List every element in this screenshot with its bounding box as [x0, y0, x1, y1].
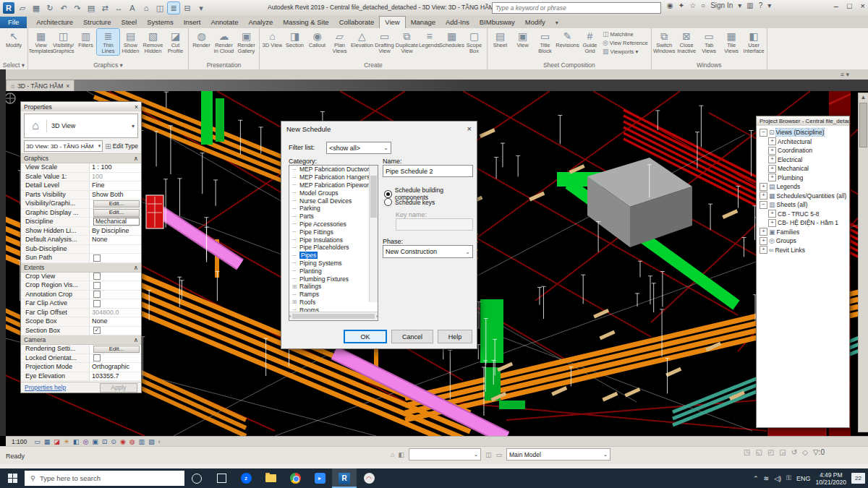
- category-item[interactable]: ┄Ramps: [289, 291, 378, 299]
- category-item[interactable]: ┄Pipe Fittings: [289, 228, 378, 236]
- minimize-button[interactable]: –: [834, 1, 838, 10]
- expand-plus-icon[interactable]: +: [768, 137, 776, 145]
- section-collapse-icon[interactable]: ∧: [134, 155, 138, 162]
- properties-close-icon[interactable]: ×: [135, 103, 138, 111]
- tree-item[interactable]: +Plumbing: [758, 174, 848, 183]
- properties-help-link[interactable]: Properties help: [25, 384, 66, 391]
- ribbon-button-revisions[interactable]: ✎Revisions: [556, 29, 579, 55]
- checkbox[interactable]: [93, 300, 101, 307]
- category-item[interactable]: ┄Nurse Call Devices: [289, 197, 378, 205]
- ribbon-button-remove-hidden-lines[interactable]: ▧Remove Hidden Lines: [142, 29, 164, 55]
- tree-item[interactable]: −⊡Views (Discipline): [758, 128, 848, 137]
- category-item[interactable]: ┄Piping Systems: [289, 260, 378, 267]
- text-icon[interactable]: A: [127, 2, 138, 14]
- expand-plus-icon[interactable]: +: [768, 174, 776, 181]
- category-item[interactable]: ┄Pipes: [289, 252, 378, 260]
- reveal-hidden-icon[interactable]: ◍: [129, 438, 135, 445]
- checkbox[interactable]: [93, 273, 101, 280]
- section-header-camera[interactable]: Camera∧: [21, 335, 141, 345]
- render-icon[interactable]: ◎: [82, 438, 88, 445]
- sync-with-central-icon[interactable]: ↻: [44, 2, 56, 14]
- tray-chevron-icon[interactable]: ⌃: [753, 475, 759, 482]
- ribbon-tab-massing-site[interactable]: Massing & Site: [278, 17, 333, 28]
- view-tab-close-icon[interactable]: ×: [66, 82, 69, 90]
- expand-plus-icon[interactable]: +: [768, 210, 776, 218]
- taskbar-search[interactable]: ⚲ Type here to search: [25, 471, 184, 486]
- category-item[interactable]: ⊞Roofs: [289, 299, 378, 307]
- temporary-view-properties-icon[interactable]: ▥: [139, 438, 145, 445]
- show-crop-icon[interactable]: ⊡: [102, 438, 108, 445]
- collapse-minus-icon[interactable]: −: [760, 129, 767, 137]
- phase-combo[interactable]: New Construction⌄: [383, 245, 473, 258]
- expand-plus-icon[interactable]: +: [768, 165, 776, 173]
- ribbon-button-schedules[interactable]: ▦Schedules: [441, 29, 463, 55]
- view-tab[interactable]: ⌂ 3D - TẦNG HẦM ×: [6, 80, 75, 91]
- ribbon-button-view[interactable]: ▣View: [511, 29, 534, 55]
- design-option-icon[interactable]: ▭: [495, 451, 502, 458]
- expand-plus-icon[interactable]: +: [760, 192, 767, 200]
- category-list[interactable]: ┄MEP Fabrication Ductwork┄MEP Fabricatio…: [289, 165, 378, 321]
- section-collapse-icon[interactable]: ∧: [134, 336, 138, 343]
- ribbon-tab-add-ins[interactable]: Add-Ins: [441, 17, 475, 28]
- scale-icon[interactable]: ▭: [34, 438, 41, 445]
- category-item[interactable]: ┄MEP Fabrication Hangers: [289, 174, 378, 181]
- help-button[interactable]: Help: [438, 330, 472, 343]
- ribbon-button-scope-box[interactable]: ▢Scope Box: [463, 29, 485, 55]
- expand-plus-icon[interactable]: +: [768, 219, 776, 227]
- cancel-button[interactable]: Cancel: [391, 330, 433, 343]
- customize-qat-icon[interactable]: ▾: [195, 2, 207, 14]
- ribbon-tab-architecture[interactable]: Architecture: [31, 17, 78, 28]
- search-topics-icon[interactable]: ◉: [667, 1, 673, 9]
- tree-item[interactable]: +▣Families: [758, 228, 848, 237]
- category-item[interactable]: ┄MEP Fabrication Pipework: [289, 181, 378, 189]
- revit-taskbar-icon[interactable]: R: [332, 468, 357, 488]
- visual-style-icon[interactable]: ◪: [54, 438, 60, 445]
- type-selector[interactable]: ⌂ 3D View ▾: [24, 114, 138, 138]
- ribbon-button-view-templates[interactable]: ▦View Templates: [30, 29, 52, 55]
- zalo-app-icon[interactable]: Z: [234, 468, 258, 488]
- category-item[interactable]: ┄Pipe Insulations: [289, 236, 378, 244]
- shadows-icon[interactable]: ◧: [73, 438, 80, 445]
- expand-plus-icon[interactable]: +: [768, 147, 776, 155]
- category-item[interactable]: ┄Parts: [289, 213, 378, 221]
- tree-item[interactable]: +▤Legends: [758, 182, 848, 192]
- network-icon[interactable]: ≋: [764, 475, 770, 482]
- ribbon-tab-modify[interactable]: Modify: [520, 17, 550, 28]
- ok-button[interactable]: OK: [344, 330, 387, 343]
- ribbon-button-user-interface[interactable]: ◧User Interface: [743, 29, 765, 55]
- language-indicator[interactable]: ENG: [796, 475, 811, 482]
- category-item[interactable]: ┄Planting: [289, 267, 378, 275]
- section-icon[interactable]: ◫: [154, 2, 166, 14]
- expand-plus-icon[interactable]: +: [760, 237, 767, 245]
- category-item[interactable]: ┄Plumbing Fixtures: [289, 275, 378, 283]
- ribbon-button-legends[interactable]: ≡Legends: [418, 29, 441, 55]
- ribbon-button-close-inactive[interactable]: ⊠Close Inactive: [676, 29, 698, 55]
- help-caret-icon[interactable]: ▾: [767, 1, 771, 9]
- revit-logo-icon[interactable]: R: [3, 2, 14, 14]
- thin-lines-icon[interactable]: ≣: [168, 2, 179, 14]
- start-button[interactable]: [0, 468, 25, 488]
- tree-item[interactable]: −▥Sheets (all): [758, 200, 848, 210]
- category-hscrollbar[interactable]: ‹›: [289, 312, 378, 320]
- select-links-icon[interactable]: ◳: [744, 448, 750, 456]
- volume-icon[interactable]: ◁): [774, 475, 781, 482]
- ribbon-button-callout[interactable]: ◉Callout: [306, 29, 328, 55]
- ribbon-button-viewports-[interactable]: ▥Viewports ▾: [603, 48, 648, 55]
- ribbon-button-tab-views[interactable]: ▭Tab Views: [698, 29, 720, 55]
- lock-3d-icon[interactable]: ⊙: [111, 438, 116, 445]
- tree-item[interactable]: +Mechanical: [758, 164, 848, 174]
- show-constraints-icon[interactable]: ▧: [148, 438, 155, 445]
- crop-view-icon[interactable]: ▣: [92, 438, 98, 445]
- category-item[interactable]: ┄Pipe Accessories: [289, 221, 378, 228]
- ribbon-button-tile-views[interactable]: ▦Tile Views: [720, 29, 743, 55]
- task-view-icon[interactable]: [209, 468, 234, 488]
- view-scale-control[interactable]: 1:100: [12, 438, 27, 445]
- unikey-icon[interactable]: ⚿: [786, 474, 791, 482]
- worksets-combo[interactable]: ⌄: [409, 448, 481, 461]
- section-collapse-icon[interactable]: ∧: [134, 264, 138, 271]
- select-underlay-icon[interactable]: ◱: [755, 448, 762, 456]
- select-pinned-icon[interactable]: ◰: [767, 448, 774, 456]
- category-item[interactable]: ┄Parking: [289, 205, 378, 213]
- user-icon[interactable]: ○: [701, 1, 705, 9]
- zoom-app-icon[interactable]: ▸: [307, 468, 332, 488]
